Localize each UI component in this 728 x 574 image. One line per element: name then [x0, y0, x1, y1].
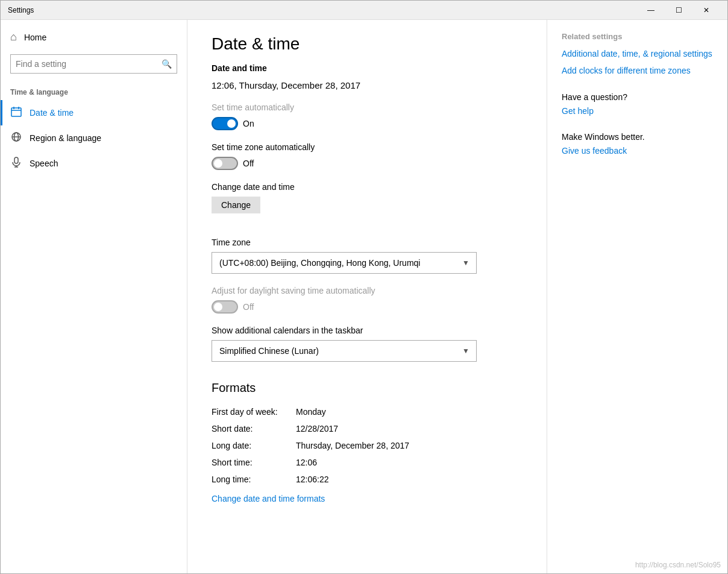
set-time-auto-track: [212, 117, 238, 130]
formats-section: Formats First day of week:MondayShort da…: [212, 381, 522, 503]
svg-rect-0: [11, 108, 21, 116]
sidebar-item-speech[interactable]: Speech: [1, 151, 187, 176]
format-key: Long date:: [212, 441, 296, 450]
time-zone-dropdown-wrapper: (UTC+08:00) Beijing, Chongqing, Hong Kon…: [212, 252, 477, 274]
set-zone-auto-toggle[interactable]: Off: [212, 157, 254, 170]
format-key: Long time:: [212, 475, 296, 484]
set-zone-auto-state: Off: [243, 159, 254, 168]
daylight-toggle-row: Off: [212, 300, 522, 314]
format-row: Long date:Thursday, December 28, 2017: [212, 441, 522, 450]
right-panel: Related settings Additional date, time, …: [547, 20, 727, 573]
sidebar-item-date-time[interactable]: Date & time: [1, 100, 187, 125]
svg-rect-7: [14, 157, 18, 163]
set-time-auto-row: On: [212, 117, 522, 130]
daylight-toggle[interactable]: Off: [212, 300, 254, 314]
sidebar-item-label-date-time: Date & time: [30, 108, 74, 118]
sidebar: ⌂ Home 🔍 Time & language Date & time: [1, 20, 187, 573]
time-zone-label: Time zone: [212, 238, 522, 247]
additional-settings-link[interactable]: Additional date, time, & regional settin…: [562, 47, 713, 60]
format-row: Long time:12:06:22: [212, 475, 522, 484]
daylight-track: [212, 300, 238, 314]
time-zone-select[interactable]: (UTC+08:00) Beijing, Chongqing, Hong Kon…: [212, 252, 477, 274]
make-windows-title: Make Windows better.: [562, 132, 713, 142]
set-zone-auto-label: Set time zone automatically: [212, 142, 522, 152]
change-date-time-label: Change date and time: [212, 182, 522, 192]
search-icon: 🔍: [157, 59, 177, 69]
formats-title: Formats: [212, 381, 522, 395]
give-feedback-link[interactable]: Give us feedback: [562, 144, 713, 157]
format-row: Short date:12/28/2017: [212, 424, 522, 434]
change-date-time-group: Change date and time Change: [212, 182, 522, 226]
format-value: 12/28/2017: [296, 424, 338, 434]
current-time-display: 12:06, Thursday, December 28, 2017: [212, 80, 522, 90]
calendars-select[interactable]: Simplified Chinese (Lunar): [212, 340, 477, 362]
set-zone-auto-row: Off: [212, 157, 522, 170]
format-rows: First day of week:MondayShort date:12/28…: [212, 407, 522, 484]
make-windows-section: Make Windows better. Give us feedback: [562, 132, 713, 157]
section-date-time-title: Date and time: [212, 63, 522, 73]
format-value: 12:06: [296, 458, 317, 467]
calendars-dropdown-wrapper: Simplified Chinese (Lunar) ▼: [212, 340, 477, 362]
close-button[interactable]: ✕: [692, 1, 720, 20]
maximize-button[interactable]: ☐: [665, 1, 692, 20]
sidebar-section-label: Time & language: [1, 78, 187, 100]
sidebar-item-label-speech: Speech: [30, 159, 58, 168]
have-question-title: Have a question?: [562, 92, 713, 102]
format-key: Short time:: [212, 458, 296, 467]
main-content: Date & time Date and time 12:06, Thursda…: [187, 20, 547, 573]
speech-icon: [10, 157, 22, 170]
sidebar-item-label-region: Region & language: [30, 133, 101, 143]
calendars-label: Show additional calendars in the taskbar: [212, 326, 522, 335]
set-time-auto-toggle[interactable]: On: [212, 117, 254, 130]
daylight-thumb: [214, 303, 222, 311]
related-settings-title: Related settings: [562, 32, 713, 41]
change-button[interactable]: Change: [212, 197, 260, 213]
set-time-auto-thumb: [227, 119, 236, 128]
search-box: 🔍: [10, 54, 177, 74]
set-zone-auto-thumb: [214, 159, 222, 168]
set-zone-auto-track: [212, 157, 238, 170]
home-icon: ⌂: [10, 31, 17, 43]
titlebar-controls: — ☐ ✕: [637, 1, 720, 20]
minimize-button[interactable]: —: [637, 1, 665, 20]
search-input[interactable]: [11, 59, 157, 69]
change-formats-link[interactable]: Change date and time formats: [212, 494, 325, 503]
format-value: Monday: [296, 407, 326, 417]
daylight-state: Off: [243, 302, 254, 312]
sidebar-item-region-language[interactable]: Region & language: [1, 125, 187, 151]
get-help-link[interactable]: Get help: [562, 104, 713, 118]
related-settings-section: Related settings Additional date, time, …: [562, 32, 713, 78]
region-icon: [10, 131, 22, 145]
date-time-icon: [10, 106, 22, 119]
set-time-auto-label: Set time automatically: [212, 102, 522, 112]
window-title: Settings: [8, 6, 34, 14]
format-value: 12:06:22: [296, 475, 329, 484]
add-clocks-link[interactable]: Add clocks for different time zones: [562, 64, 713, 77]
have-question-section: Have a question? Get help: [562, 92, 713, 118]
format-key: Short date:: [212, 424, 296, 434]
format-row: Short time:12:06: [212, 458, 522, 467]
daylight-label: Adjust for daylight saving time automati…: [212, 286, 522, 295]
time-zone-group: Time zone (UTC+08:00) Beijing, Chongqing…: [212, 238, 522, 274]
format-value: Thursday, December 28, 2017: [296, 441, 409, 450]
format-key: First day of week:: [212, 407, 296, 417]
sidebar-home-label: Home: [24, 33, 46, 42]
set-time-auto-state: On: [243, 119, 254, 128]
titlebar: Settings — ☐ ✕: [1, 1, 727, 20]
sidebar-item-home[interactable]: ⌂ Home: [1, 25, 187, 49]
format-row: First day of week:Monday: [212, 407, 522, 417]
page-title: Date & time: [212, 34, 522, 54]
calendars-group: Show additional calendars in the taskbar…: [212, 326, 522, 362]
